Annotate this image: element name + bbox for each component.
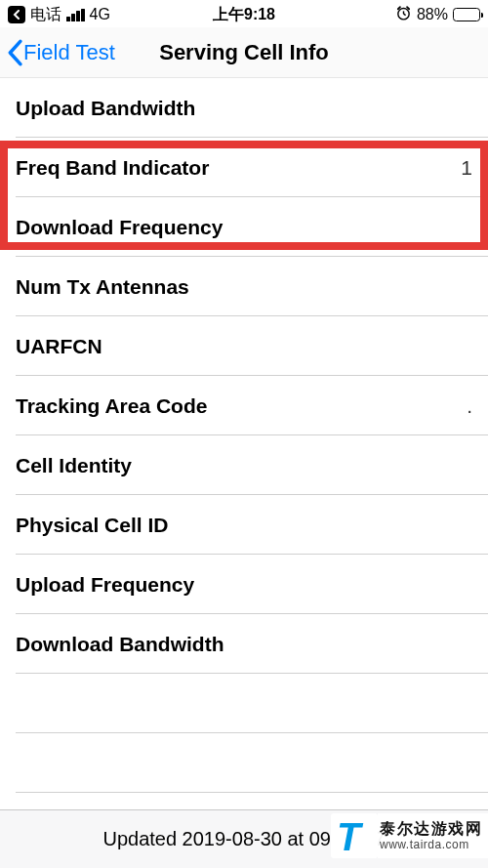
- row-empty[interactable]: [0, 733, 488, 793]
- battery-icon: [453, 8, 480, 21]
- row-upload-frequency[interactable]: Upload Frequency: [0, 555, 488, 614]
- row-label: UARFCN: [16, 335, 102, 358]
- row-label: Download Frequency: [16, 216, 223, 239]
- row-label: Cell Identity: [16, 454, 132, 477]
- watermark-logo-letter: T: [337, 817, 360, 856]
- row-label: Tracking Area Code: [16, 394, 207, 418]
- battery-percent: 88%: [417, 6, 448, 23]
- row-num-tx-antennas[interactable]: Num Tx Antennas: [0, 257, 488, 316]
- row-tracking-area-code[interactable]: Tracking Area Code .: [0, 376, 488, 435]
- watermark-name: 泰尔达游戏网: [380, 820, 482, 838]
- row-label: Upload Bandwidth: [16, 97, 195, 120]
- back-button[interactable]: Field Test: [0, 39, 115, 66]
- row-value: 1: [461, 156, 472, 180]
- row-physical-cell-id[interactable]: Physical Cell ID: [0, 495, 488, 555]
- row-label: Freq Band Indicator: [16, 156, 209, 180]
- chevron-left-icon: [6, 39, 23, 66]
- row-empty[interactable]: [0, 674, 488, 733]
- status-right: 88%: [395, 5, 480, 24]
- status-bar: 电话 4G 上午9:18 88%: [0, 0, 488, 27]
- row-label: Download Bandwidth: [16, 633, 224, 656]
- alarm-icon: [395, 5, 412, 24]
- row-cell-identity[interactable]: Cell Identity: [0, 435, 488, 495]
- navigation-bar: Field Test Serving Cell Info: [0, 27, 488, 78]
- watermark-logo: T: [331, 813, 378, 858]
- back-label: Field Test: [23, 40, 115, 65]
- row-download-bandwidth[interactable]: Download Bandwidth: [0, 614, 488, 674]
- signal-icon: [66, 9, 85, 21]
- row-download-frequency[interactable]: Download Frequency: [0, 197, 488, 257]
- row-label: Physical Cell ID: [16, 514, 168, 537]
- watermark-text: 泰尔达游戏网 www.tairda.com: [378, 813, 488, 858]
- svg-line-2: [403, 14, 405, 15]
- svg-line-4: [407, 7, 409, 9]
- row-uarfcn[interactable]: UARFCN: [0, 316, 488, 376]
- row-freq-band-indicator[interactable]: Freq Band Indicator 1: [0, 138, 488, 197]
- row-label: Upload Frequency: [16, 573, 194, 597]
- page-title: Serving Cell Info: [159, 40, 329, 65]
- back-app-badge[interactable]: [8, 6, 25, 23]
- content[interactable]: Upload Bandwidth Freq Band Indicator 1 D…: [0, 78, 488, 793]
- watermark-url: www.tairda.com: [380, 838, 482, 851]
- status-left: 电话 4G: [8, 5, 110, 25]
- clock: 上午9:18: [213, 5, 275, 25]
- network-label: 4G: [90, 6, 110, 23]
- row-value: .: [467, 394, 472, 418]
- row-upload-bandwidth[interactable]: Upload Bandwidth: [0, 78, 488, 138]
- svg-line-3: [398, 7, 400, 9]
- row-label: Num Tx Antennas: [16, 275, 189, 299]
- carrier-label: 电话: [30, 5, 61, 25]
- watermark: T 泰尔达游戏网 www.tairda.com: [331, 813, 488, 858]
